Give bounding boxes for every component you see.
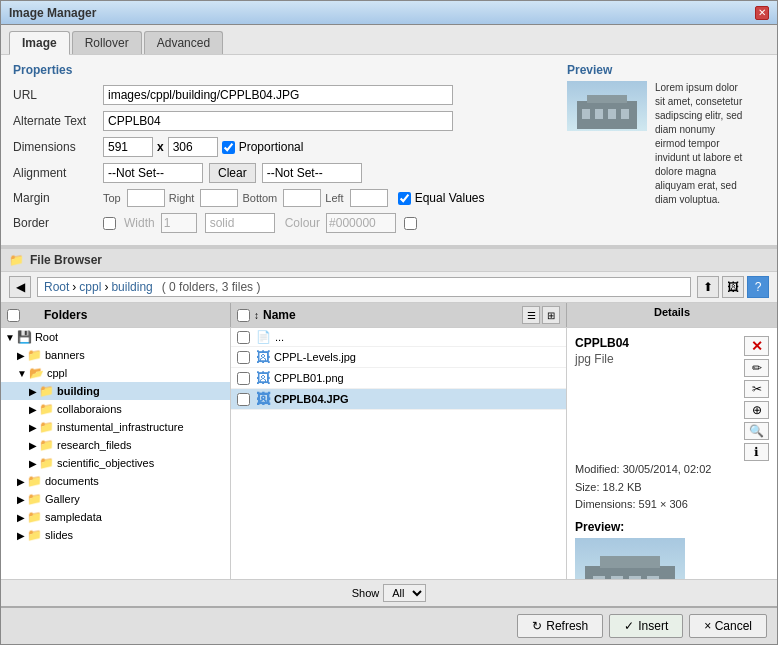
border-row: Border Width Style solid Colour	[13, 213, 555, 233]
file-parent-icon: 📄	[256, 330, 271, 344]
folder-cppl[interactable]: ▼ 📂 cppl	[1, 364, 230, 382]
list-view-btn[interactable]: ☰	[522, 306, 540, 324]
border-width-input[interactable]	[161, 213, 197, 233]
alt-input[interactable]	[103, 111, 453, 131]
details-preview-image	[575, 538, 685, 579]
thumb-view-btn[interactable]: ⊞	[542, 306, 560, 324]
new-folder-button[interactable]: 🖼	[722, 276, 744, 298]
tab-rollover[interactable]: Rollover	[72, 31, 142, 54]
path-cppl[interactable]: cppl	[79, 280, 101, 294]
border-checkbox[interactable]	[103, 217, 116, 230]
files-checkbox[interactable]	[237, 309, 250, 322]
details-edit-btn[interactable]: ✏	[744, 359, 769, 377]
alignment-label: Alignment	[13, 166, 103, 180]
folders-col-header: Folders	[1, 303, 231, 327]
border-style-select[interactable]: Style solid	[205, 213, 275, 233]
refresh-button[interactable]: ↻ Refresh	[517, 614, 603, 638]
file-cpplb04-check[interactable]	[237, 393, 250, 406]
margin-top-input[interactable]	[127, 189, 165, 207]
clear-button[interactable]: Clear	[209, 163, 256, 183]
folder-building[interactable]: ▶ 📁 building ➜	[1, 382, 230, 400]
svg-rect-2	[582, 109, 590, 119]
margin-right-input[interactable]	[200, 189, 238, 207]
details-info-btn[interactable]: ℹ	[744, 443, 769, 461]
file-cpplb04-icon: 🖼	[256, 391, 270, 407]
slides-icon: 📁	[27, 528, 42, 542]
folder-collaboraions[interactable]: ▶ 📁 collaboraions	[1, 400, 230, 418]
file-cppl-levels[interactable]: 🖼 CPPL-Levels.jpg	[231, 347, 566, 368]
file-cppl-levels-check[interactable]	[237, 351, 250, 364]
fb-toolbar-right: ⬆ 🖼 ?	[697, 276, 769, 298]
alignment-select-wrap: --Not Set--	[103, 163, 203, 183]
top-label: Top	[103, 192, 121, 204]
properties-left: Properties URL Alternate Text Dimensions	[13, 63, 555, 239]
close-button[interactable]: ✕	[755, 6, 769, 20]
file-cpplb01[interactable]: 🖼 CPPLB01.png	[231, 368, 566, 389]
colour-input[interactable]	[326, 213, 396, 233]
width-label: Width	[124, 216, 155, 230]
expand-banners: ▶	[17, 350, 25, 361]
path-breadcrumb: Root › cppl › building ( 0 folders, 3 fi…	[37, 277, 691, 297]
footer: ↻ Refresh ✓ Insert × Cancel	[1, 606, 777, 644]
tab-advanced[interactable]: Advanced	[144, 31, 223, 54]
proportional-checkbox[interactable]	[222, 141, 235, 154]
insert-button[interactable]: ✓ Insert	[609, 614, 683, 638]
expand-research: ▶	[29, 440, 37, 451]
scientific-label: scientific_objectives	[57, 457, 154, 469]
tab-image[interactable]: Image	[9, 31, 70, 55]
details-copy-btn[interactable]: ⊕	[744, 401, 769, 419]
margin-inputs: Top Right Bottom Left Equal Values	[103, 189, 484, 207]
equal-values-checkbox[interactable]	[398, 192, 411, 205]
back-button[interactable]: ◀	[9, 276, 31, 298]
path-building[interactable]: building	[111, 280, 152, 294]
details-preview-svg	[575, 538, 685, 579]
folder-documents[interactable]: ▶ 📁 documents	[1, 472, 230, 490]
expand-scientific: ▶	[29, 458, 37, 469]
margin-bottom-input[interactable]	[283, 189, 321, 207]
details-modified: Modified: 30/05/2014, 02:02	[575, 461, 769, 479]
folder-root[interactable]: ▼ 💾 Root	[1, 328, 230, 346]
path-row: ◀ Root › cppl › building ( 0 folders, 3 …	[1, 272, 777, 303]
preview-text: Lorem ipsum dolor sit amet, consetetur s…	[655, 81, 745, 207]
help-button[interactable]: ?	[747, 276, 769, 298]
colour-checkbox[interactable]	[404, 217, 417, 230]
notset-select[interactable]: --Not Set--	[262, 163, 362, 183]
upload-button[interactable]: ⬆	[697, 276, 719, 298]
details-cut-btn[interactable]: ✂	[744, 380, 769, 398]
expand-documents: ▶	[17, 476, 25, 487]
folder-sampledata[interactable]: ▶ 📁 sampledata	[1, 508, 230, 526]
details-dimensions: Dimensions: 591 × 306	[575, 496, 769, 514]
building-icon: 📁	[39, 384, 54, 398]
show-select[interactable]: All	[383, 584, 426, 602]
titlebar: Image Manager ✕	[1, 1, 777, 25]
expand-sampledata: ▶	[17, 512, 25, 523]
details-col-header: Details	[567, 303, 777, 327]
folder-gallery[interactable]: ▶ 📁 Gallery	[1, 490, 230, 508]
margin-left-input[interactable]	[350, 189, 388, 207]
folder-banners[interactable]: ▶ 📁 banners	[1, 346, 230, 364]
folder-slides[interactable]: ▶ 📁 slides	[1, 526, 230, 544]
collaboraions-label: collaboraions	[57, 403, 122, 415]
file-parent-check[interactable]	[237, 331, 250, 344]
file-cpplb04[interactable]: 🖼 CPPLB04.JPG	[231, 389, 566, 410]
fb-bottom: Show All	[1, 579, 777, 606]
file-cpplb01-check[interactable]	[237, 372, 250, 385]
folder-research[interactable]: ▶ 📁 research_fileds	[1, 436, 230, 454]
height-input[interactable]	[168, 137, 218, 157]
path-info: ( 0 folders, 3 files )	[162, 280, 261, 294]
path-root[interactable]: Root	[44, 280, 69, 294]
folder-instumental[interactable]: ▶ 📁 instumental_infrastructure	[1, 418, 230, 436]
svg-rect-5	[621, 109, 629, 119]
details-search-btn[interactable]: 🔍	[744, 422, 769, 440]
alignment-select[interactable]: --Not Set--	[103, 163, 203, 183]
details-delete-btn[interactable]: ✕	[744, 336, 769, 356]
gallery-icon: 📁	[27, 492, 42, 506]
svg-rect-6	[587, 95, 627, 103]
slides-label: slides	[45, 529, 73, 541]
folder-scientific[interactable]: ▶ 📁 scientific_objectives	[1, 454, 230, 472]
width-input[interactable]	[103, 137, 153, 157]
file-parent[interactable]: 📄 ...	[231, 328, 566, 347]
folders-checkbox[interactable]	[7, 309, 20, 322]
url-input[interactable]	[103, 85, 453, 105]
cancel-button[interactable]: × Cancel	[689, 614, 767, 638]
